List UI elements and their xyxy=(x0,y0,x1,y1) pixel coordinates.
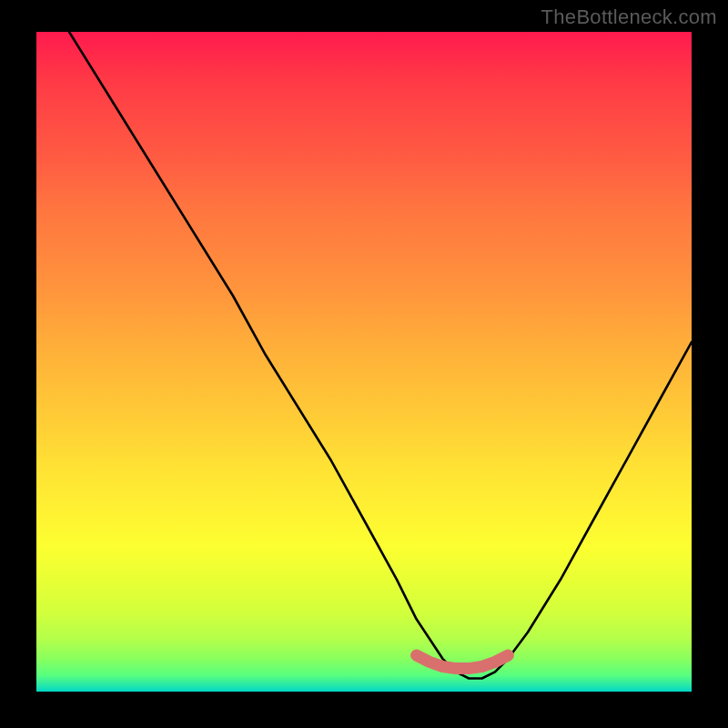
target-zone-line xyxy=(417,655,509,669)
bottleneck-chart: TheBottleneck.com xyxy=(0,0,728,728)
bottleneck-curve-line xyxy=(69,32,692,679)
chart-lines-layer xyxy=(36,32,692,692)
watermark-text: TheBottleneck.com xyxy=(541,5,717,29)
chart-gradient-background xyxy=(36,32,692,692)
